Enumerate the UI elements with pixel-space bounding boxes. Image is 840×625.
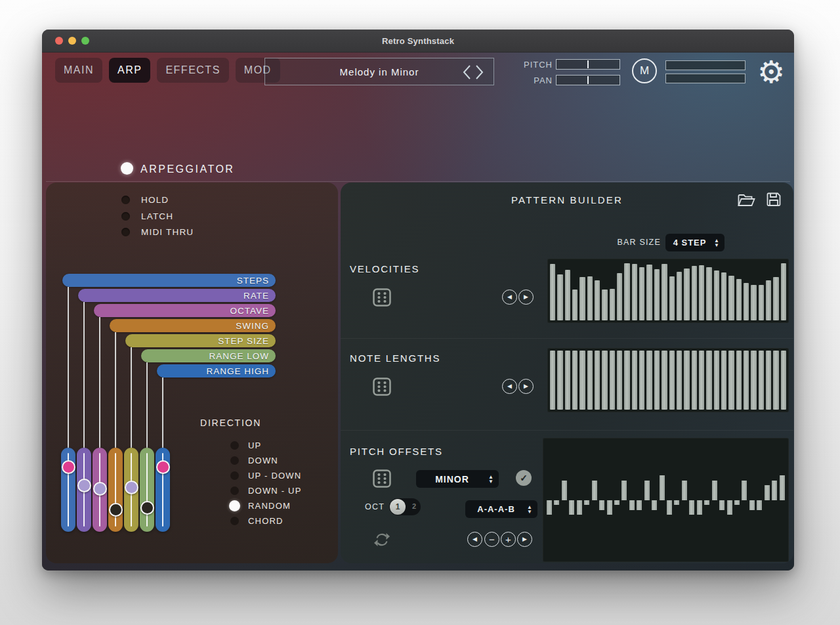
pitch-offset-bar[interactable] <box>704 500 709 506</box>
pitch-offset-bar[interactable] <box>674 500 679 506</box>
pitch-offset-bar[interactable] <box>765 485 770 500</box>
velocity-bar[interactable] <box>766 280 771 320</box>
direction-radio-up-down[interactable] <box>230 471 239 480</box>
note-length-bar[interactable] <box>587 351 593 410</box>
pitch-offset-slot[interactable] <box>584 438 589 562</box>
arpeggiator-power-led[interactable] <box>121 162 133 175</box>
velocity-bar[interactable] <box>602 290 607 320</box>
pitch-offset-slot[interactable] <box>780 438 785 562</box>
pitch-offset-bar[interactable] <box>727 500 732 515</box>
direction-radio-down-up[interactable] <box>230 486 239 495</box>
pitch-offset-slot[interactable] <box>712 438 717 562</box>
note-length-bar[interactable] <box>781 351 786 410</box>
mono-button[interactable]: M <box>632 58 657 83</box>
velocity-bar[interactable] <box>572 290 578 320</box>
note-length-bar[interactable] <box>579 351 585 410</box>
pitch-offset-bar[interactable] <box>592 481 597 500</box>
pitch-offset-slot[interactable] <box>749 438 755 562</box>
pitch-offset-bar[interactable] <box>614 500 620 506</box>
pitch-offset-slot[interactable] <box>569 438 574 562</box>
pitch-offset-slot[interactable] <box>674 438 679 562</box>
pitch-shift-right-button[interactable]: ▶ <box>517 532 532 547</box>
pitch-offset-slot[interactable] <box>689 438 694 562</box>
pitch-decrement-button[interactable]: − <box>484 532 499 547</box>
pitch-offset-bar[interactable] <box>772 481 777 500</box>
note-length-bar[interactable] <box>624 351 629 410</box>
note-length-bar[interactable] <box>699 351 704 410</box>
tab-main[interactable]: MAIN <box>55 58 102 83</box>
velocity-bar[interactable] <box>736 279 742 320</box>
slider-bar-rate[interactable]: RATE <box>78 289 276 302</box>
pitch-offset-bar[interactable] <box>660 475 665 500</box>
velocity-bar[interactable] <box>557 274 562 320</box>
tab-arp[interactable]: ARP <box>109 58 150 83</box>
slider-bar-swing[interactable]: SWING <box>110 319 276 332</box>
preset-prev-next-icon[interactable] <box>461 64 486 81</box>
velocity-bar[interactable] <box>565 270 570 320</box>
titlebar[interactable]: Retro Synthstack <box>42 30 794 53</box>
pitch-offset-bar[interactable] <box>682 481 687 500</box>
note-length-bar[interactable] <box>632 351 637 410</box>
pitch-offset-bar[interactable] <box>749 500 755 510</box>
note-length-bar[interactable] <box>572 351 578 410</box>
velocity-bar[interactable] <box>550 264 555 320</box>
pitch-offset-bar[interactable] <box>712 481 717 500</box>
close-button[interactable] <box>55 37 63 45</box>
velocity-bar[interactable] <box>773 277 778 320</box>
velocity-bar[interactable] <box>744 283 749 320</box>
note-length-bar[interactable] <box>602 351 607 410</box>
note-length-bar[interactable] <box>728 351 734 410</box>
pitch-offset-slot[interactable] <box>734 438 740 562</box>
note-length-bar[interactable] <box>617 351 622 410</box>
pitch-offset-slot[interactable] <box>554 438 559 562</box>
note-length-bar[interactable] <box>714 351 719 410</box>
note-length-bar[interactable] <box>669 351 675 410</box>
velocity-bar[interactable] <box>751 285 756 320</box>
pitch-offset-slot[interactable] <box>637 438 642 562</box>
velocity-bar[interactable] <box>714 270 719 320</box>
note-lengths-shift-right-button[interactable]: ▶ <box>518 379 534 394</box>
note-length-bar[interactable] <box>766 351 771 410</box>
pan-slider-handle[interactable] <box>587 76 589 84</box>
pitch-offset-slot[interactable] <box>772 438 777 562</box>
slider-bar-steps[interactable]: STEPS <box>62 274 276 287</box>
pan-slider[interactable] <box>556 75 620 85</box>
pitch-offset-bar[interactable] <box>780 475 785 500</box>
pitch-offset-slot[interactable] <box>742 438 747 562</box>
pitch-offset-slot[interactable] <box>667 438 672 562</box>
pitch-slider[interactable] <box>556 59 620 70</box>
velocity-bar[interactable] <box>662 264 667 320</box>
pitch-offsets-randomize-dice-icon[interactable] <box>373 469 391 488</box>
pitch-offset-slot[interactable] <box>660 438 665 562</box>
pitch-offset-slot[interactable] <box>629 438 635 562</box>
slider-bar-range-low[interactable]: RANGE LOW <box>141 349 276 362</box>
note-lengths-chart[interactable] <box>547 348 789 412</box>
velocities-chart[interactable] <box>547 259 789 323</box>
pitch-offset-slot[interactable] <box>697 438 702 562</box>
velocity-bar[interactable] <box>617 273 622 320</box>
velocity-bar[interactable] <box>624 263 629 320</box>
pitch-slider-handle[interactable] <box>587 60 589 68</box>
note-length-bar[interactable] <box>595 351 600 410</box>
note-length-bar[interactable] <box>773 351 778 410</box>
pitch-offset-bar[interactable] <box>757 500 762 510</box>
velocities-shift-right-button[interactable]: ▶ <box>518 290 534 305</box>
pitch-offset-slot[interactable] <box>719 438 724 562</box>
pitch-offset-bar[interactable] <box>667 500 672 515</box>
note-length-bar[interactable] <box>557 351 562 410</box>
velocity-bar[interactable] <box>610 289 615 320</box>
velocity-bar[interactable] <box>706 267 711 320</box>
toggle-led-latch[interactable] <box>121 212 130 221</box>
scale-dropdown[interactable]: MINOR ▲▼ <box>416 470 499 488</box>
velocity-bar[interactable] <box>654 269 660 320</box>
pitch-offset-slot[interactable] <box>599 438 604 562</box>
pitch-offset-bar[interactable] <box>689 500 694 515</box>
note-length-bar[interactable] <box>677 351 682 410</box>
velocity-bar[interactable] <box>579 277 585 320</box>
note-length-bar[interactable] <box>565 351 570 410</box>
pitch-offset-bar[interactable] <box>644 481 650 500</box>
pitch-offset-bar[interactable] <box>621 481 627 500</box>
velocity-bar[interactable] <box>781 263 786 320</box>
velocity-bar[interactable] <box>595 280 600 320</box>
pitch-offset-slot[interactable] <box>577 438 582 562</box>
